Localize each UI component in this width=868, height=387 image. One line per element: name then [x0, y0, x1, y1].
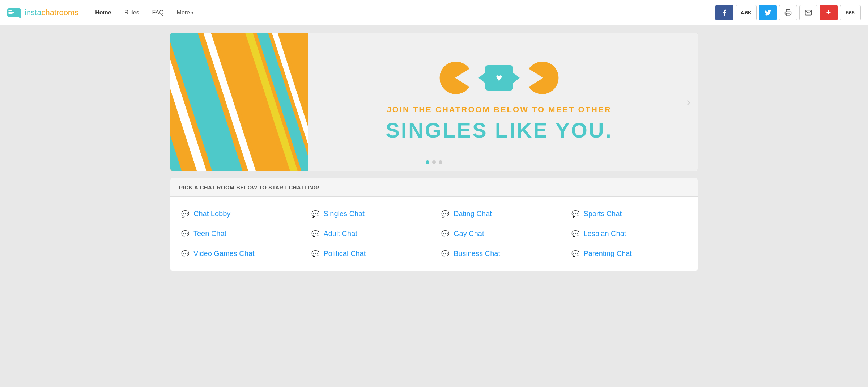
facebook-count: 4.6K [736, 5, 757, 20]
chat-bubble-icon-7: 💬 [441, 230, 449, 238]
header-social-actions: 4.6K + 565 [715, 5, 861, 20]
chat-bubble-icon-2: 💬 [311, 210, 319, 218]
print-icon [784, 9, 792, 16]
svg-rect-1 [8, 10, 12, 11]
chat-item-lesbian[interactable]: 💬 Lesbian Chat [564, 224, 694, 244]
chat-label-political: Political Chat [324, 249, 366, 258]
logo-chatrooms: chatrooms [41, 8, 78, 17]
twitter-button[interactable] [759, 5, 777, 20]
svg-rect-5 [786, 13, 790, 16]
nav-more[interactable]: More ▾ [171, 7, 199, 19]
nav-home[interactable]: Home [89, 7, 117, 19]
logo[interactable]: instachatrooms [7, 7, 78, 18]
facebook-icon [721, 9, 728, 16]
chat-bubble-icon-12: 💬 [571, 250, 579, 258]
chatrooms-header: PICK A CHAT ROOM BELOW TO START CHATTING… [170, 178, 698, 197]
main-content: ♥ JOIN THE CHATROOM BELOW TO MEET OTHER … [163, 25, 705, 278]
chat-item-videogames[interactable]: 💬 Video Games Chat [174, 244, 304, 264]
banner-dot-2[interactable] [432, 160, 436, 164]
chat-bubble-icon-3: 💬 [441, 210, 449, 218]
chat-label-parenting: Parenting Chat [584, 249, 632, 258]
chat-item-dating[interactable]: 💬 Dating Chat [434, 204, 564, 224]
nav-faq[interactable]: FAQ [146, 7, 170, 19]
chat-bubble-icon-11: 💬 [441, 250, 449, 258]
chat-item-adult[interactable]: 💬 Adult Chat [304, 224, 434, 244]
logo-insta: insta [25, 8, 41, 17]
chat-label-gay: Gay Chat [454, 230, 484, 238]
chat-label-lesbian: Lesbian Chat [584, 230, 626, 238]
chatrooms-grid: 💬 Chat Lobby 💬 Singles Chat 💬 Dating Cha… [170, 197, 698, 271]
chat-item-singles[interactable]: 💬 Singles Chat [304, 204, 434, 224]
banner-stripes [170, 33, 308, 171]
chatrooms-section: PICK A CHAT ROOM BELOW TO START CHATTING… [170, 178, 698, 271]
pacman-left-icon [439, 62, 471, 94]
chat-label-adult: Adult Chat [324, 230, 357, 238]
chat-bubble-icon-10: 💬 [311, 250, 319, 258]
banner-subtitle: JOIN THE CHATROOM BELOW TO MEET OTHER [387, 105, 611, 114]
nav-more-label: More [177, 9, 190, 16]
twitter-icon [764, 9, 771, 16]
chat-label-lobby: Chat Lobby [193, 210, 230, 218]
chat-item-business[interactable]: 💬 Business Chat [434, 244, 564, 264]
main-nav: Home Rules FAQ More ▾ [89, 7, 199, 19]
facebook-button[interactable] [715, 5, 733, 20]
chat-item-gay[interactable]: 💬 Gay Chat [434, 224, 564, 244]
chat-item-teen[interactable]: 💬 Teen Chat [174, 224, 304, 244]
chat-item-political[interactable]: 💬 Political Chat [304, 244, 434, 264]
chat-bubble-icon-1: 💬 [181, 210, 189, 218]
banner-stripes-svg [170, 33, 308, 171]
svg-rect-2 [8, 12, 14, 13]
banner-container: ♥ JOIN THE CHATROOM BELOW TO MEET OTHER … [170, 33, 698, 171]
banner-content: ♥ JOIN THE CHATROOM BELOW TO MEET OTHER … [308, 54, 698, 150]
banner-next-arrow[interactable]: › [686, 95, 690, 109]
logo-text: instachatrooms [25, 8, 78, 17]
email-icon [805, 9, 812, 16]
chat-bubble: ♥ [485, 65, 513, 91]
banner-title: SINGLES LIKE YOU. [386, 118, 613, 142]
print-button[interactable] [779, 5, 797, 20]
chat-bubble-icon-4: 💬 [571, 210, 579, 218]
banner-animation: ♥ [439, 62, 559, 94]
chat-item-parenting[interactable]: 💬 Parenting Chat [564, 244, 694, 264]
heart-icon: ♥ [496, 72, 502, 84]
banner-dot-1[interactable] [426, 160, 429, 164]
banner-dots [426, 160, 442, 164]
chat-label-teen: Teen Chat [193, 230, 226, 238]
pacman-right-icon [527, 62, 559, 94]
chevron-down-icon: ▾ [191, 10, 193, 15]
banner: ♥ JOIN THE CHATROOM BELOW TO MEET OTHER … [170, 33, 698, 171]
nav-rules[interactable]: Rules [119, 7, 145, 19]
svg-rect-3 [8, 13, 13, 14]
banner-dot-3[interactable] [439, 160, 442, 164]
chat-bubble-icon-8: 💬 [571, 230, 579, 238]
chat-label-singles: Singles Chat [324, 210, 365, 218]
chat-item-lobby[interactable]: 💬 Chat Lobby [174, 204, 304, 224]
add-button[interactable]: + [820, 5, 838, 20]
site-header: instachatrooms Home Rules FAQ More ▾ 4.6… [0, 0, 868, 25]
logo-icon [7, 7, 22, 18]
chat-bubble-icon-9: 💬 [181, 250, 189, 258]
chat-label-videogames: Video Games Chat [193, 249, 255, 258]
chat-label-business: Business Chat [454, 249, 500, 258]
email-button[interactable] [799, 5, 817, 20]
chat-label-dating: Dating Chat [454, 210, 492, 218]
chat-bubble-icon-6: 💬 [311, 230, 319, 238]
chat-label-sports: Sports Chat [584, 210, 622, 218]
chat-bubble-icon-5: 💬 [181, 230, 189, 238]
chat-item-sports[interactable]: 💬 Sports Chat [564, 204, 694, 224]
share-count: 565 [840, 5, 861, 20]
